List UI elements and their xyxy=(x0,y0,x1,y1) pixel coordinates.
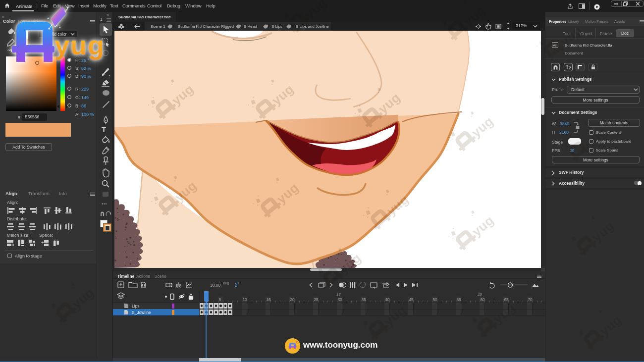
svg-text:yug: yug xyxy=(54,30,105,60)
